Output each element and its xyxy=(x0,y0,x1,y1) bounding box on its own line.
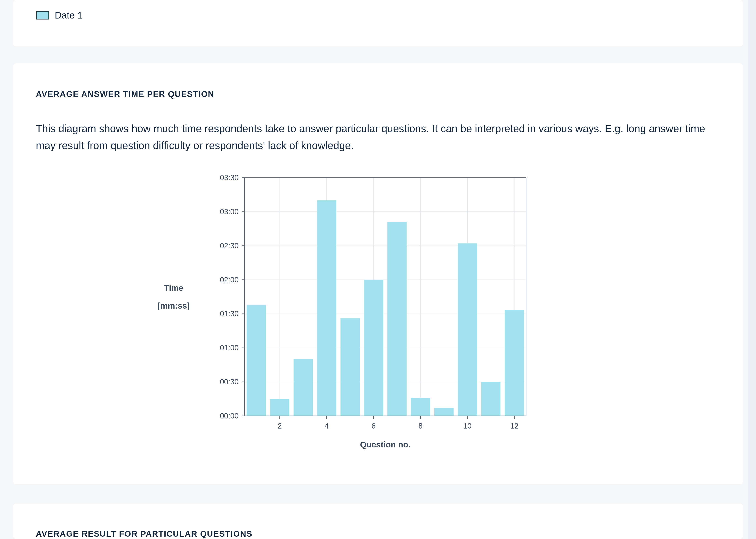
bar-q3[interactable] xyxy=(294,359,313,416)
section-description-answer-time: This diagram shows how much time respond… xyxy=(36,120,720,154)
svg-text:6: 6 xyxy=(372,422,376,430)
svg-text:01:30: 01:30 xyxy=(220,310,239,318)
legend-row: Date 1 xyxy=(36,10,83,21)
chart-container-answer-time: 00:0000:3001:0001:3002:0002:3003:0003:30… xyxy=(36,170,720,472)
bar-q1[interactable] xyxy=(247,305,266,416)
bar-q8[interactable] xyxy=(411,398,430,416)
svg-text:00:00: 00:00 xyxy=(220,412,239,420)
section-title-answer-time: AVERAGE ANSWER TIME PER QUESTION xyxy=(36,89,214,99)
svg-text:2: 2 xyxy=(278,422,282,430)
y-axis-label-line2: [mm:ss] xyxy=(158,301,190,310)
card-result: AVERAGE RESULT FOR PARTICULAR QUESTIONS xyxy=(13,503,743,539)
svg-text:01:00: 01:00 xyxy=(220,344,239,352)
svg-text:00:30: 00:30 xyxy=(220,378,239,386)
card-answer-time: AVERAGE ANSWER TIME PER QUESTION This di… xyxy=(13,63,743,484)
bar-q6[interactable] xyxy=(364,280,383,416)
bar-q5[interactable] xyxy=(340,318,360,416)
svg-text:4: 4 xyxy=(325,422,329,430)
y-axis-label-line1: Time xyxy=(164,283,183,293)
legend-swatch-date1 xyxy=(36,11,49,20)
section-title-result: AVERAGE RESULT FOR PARTICULAR QUESTIONS xyxy=(36,529,252,539)
svg-text:02:30: 02:30 xyxy=(220,242,239,250)
svg-text:03:30: 03:30 xyxy=(220,174,239,182)
svg-text:10: 10 xyxy=(463,422,471,430)
bar-chart-answer-time: 00:0000:3001:0001:3002:0002:3003:0003:30… xyxy=(36,170,560,469)
bar-q11[interactable] xyxy=(481,382,501,416)
legend-label-date1: Date 1 xyxy=(55,10,83,21)
svg-text:02:00: 02:00 xyxy=(220,276,239,284)
bar-q2[interactable] xyxy=(270,399,289,416)
svg-text:8: 8 xyxy=(418,422,423,430)
svg-text:12: 12 xyxy=(510,422,518,430)
bar-q4[interactable] xyxy=(317,200,336,416)
svg-text:03:00: 03:00 xyxy=(220,207,239,216)
bar-q9[interactable] xyxy=(434,408,453,416)
bar-q12[interactable] xyxy=(505,310,524,416)
bar-q10[interactable] xyxy=(458,243,477,416)
x-axis-label: Question no. xyxy=(360,440,411,449)
legend-card: Date 1 xyxy=(13,0,743,46)
bar-q7[interactable] xyxy=(387,222,407,416)
